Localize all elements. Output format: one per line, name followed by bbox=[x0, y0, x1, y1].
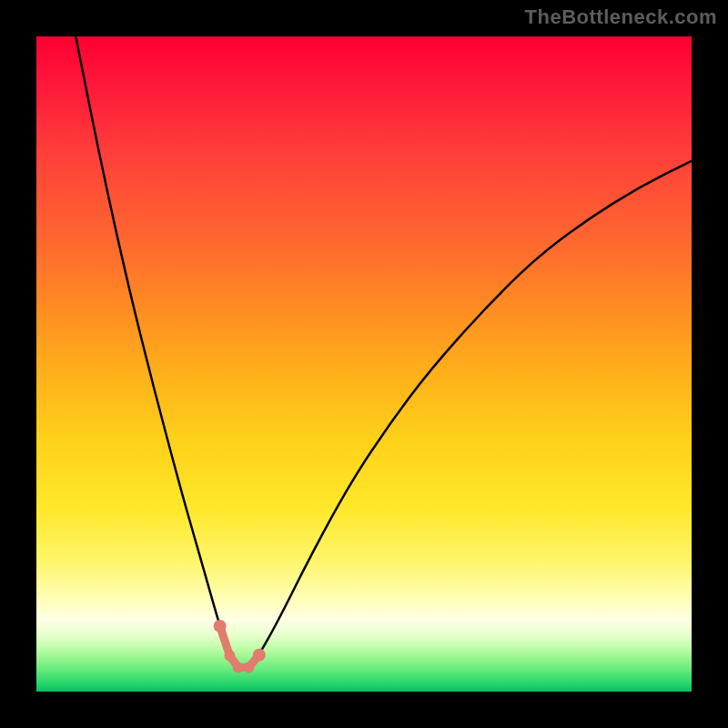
curve-svg bbox=[36, 36, 692, 692]
marker-point bbox=[233, 662, 244, 672]
marker-point bbox=[224, 650, 235, 661]
bottleneck-curve bbox=[76, 36, 692, 667]
marker-point bbox=[253, 649, 266, 662]
watermark-text: TheBottleneck.com bbox=[525, 5, 717, 29]
marker-group bbox=[214, 620, 266, 672]
marker-point bbox=[243, 662, 254, 672]
marker-link bbox=[220, 626, 259, 667]
plot-area bbox=[36, 36, 692, 692]
marker-point bbox=[214, 620, 227, 632]
chart-container: TheBottleneck.com bbox=[0, 0, 728, 728]
